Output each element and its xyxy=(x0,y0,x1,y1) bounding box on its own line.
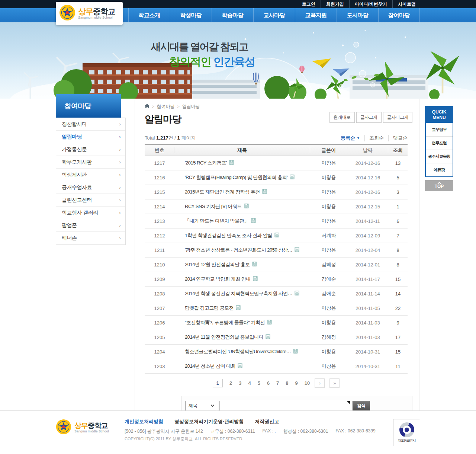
post-title-cell[interactable]: 2014 연구학교 박람회 개최 안내 xyxy=(174,276,310,282)
sort-active[interactable]: 등록순 xyxy=(341,135,355,141)
nav-item[interactable]: 학생마당 xyxy=(170,8,212,22)
quick-menu-item[interactable]: 에듀팟 xyxy=(426,163,453,176)
post-title-cell[interactable]: RCY SNS 기자단 [V] 어워드 xyxy=(174,203,310,210)
post-number: 1205 xyxy=(145,335,174,340)
footer-link[interactable]: 저작권신고 xyxy=(255,418,279,425)
font-size-button[interactable]: 원래대로 xyxy=(329,112,355,123)
post-title-cell[interactable]: 담뱃갑 경고그림 공모전 xyxy=(174,305,310,311)
post-author: 이창용 xyxy=(310,363,347,370)
school-logo[interactable]: 상무중학교 Sangmu middle School xyxy=(56,2,123,25)
page-number[interactable]: 9 xyxy=(295,380,298,386)
quick-menu-item[interactable]: 업무포털 xyxy=(426,136,453,150)
chevron-right-icon: › xyxy=(119,122,121,127)
board-rows: 1217 '2015 RCY 스키캠프' xyxy=(145,156,408,374)
post-title-link[interactable]: 1학년 학생건강검진 만족도 조사 결과 알림 xyxy=(185,232,272,239)
nav-item[interactable]: 참여마당 xyxy=(378,8,420,22)
nav-item[interactable]: 학습마당 xyxy=(212,8,253,22)
post-views: 9 xyxy=(388,320,408,326)
page-number[interactable]: 1 xyxy=(213,379,223,387)
sidebar-item[interactable]: 학생게시판 › xyxy=(56,169,125,181)
sidebar-item[interactable]: 학부모게시판 › xyxy=(56,156,125,169)
page-number[interactable]: 5 xyxy=(258,380,260,386)
post-title-link[interactable]: 「내가 만드는 다빈치 박물관」 xyxy=(185,218,249,224)
sidebar-item[interactable]: 팝업존 › xyxy=(56,219,125,232)
post-title-link[interactable]: 청소년글로벌리더십 'UN학생의날UniversalChildre… xyxy=(185,348,291,355)
search-category-select[interactable]: 제목 xyxy=(185,401,217,411)
post-title-link[interactable]: "조선청화靑?, 푸른빛에 물들다" 기획전 xyxy=(185,319,265,326)
nav-item[interactable]: 교육지원 xyxy=(295,8,337,22)
next-page-button[interactable]: › xyxy=(315,378,325,388)
sidebar-item[interactable]: 배너존 › xyxy=(56,232,125,244)
post-title-link[interactable]: '2015 RCY 스키캠프' xyxy=(185,160,227,166)
page-number[interactable]: 6 xyxy=(267,380,270,386)
page-number[interactable]: 8 xyxy=(286,380,288,386)
page-number[interactable]: 3 xyxy=(239,380,241,386)
utility-link[interactable]: 아이디/비번찾기 xyxy=(349,0,392,8)
nav-item[interactable]: 도서마당 xyxy=(337,8,378,22)
nav-item[interactable]: 교사마당 xyxy=(253,8,295,22)
post-title-link[interactable]: RCY SNS 기자단 [V] 어워드 xyxy=(185,203,242,210)
scroll-to-top-button[interactable]: TOP xyxy=(425,180,453,191)
sort-option[interactable]: 조회순 xyxy=(364,135,384,141)
post-title-link[interactable]: 2015년도 재단법인 청계 장학생 추천 xyxy=(185,189,260,195)
nav-item[interactable]: 학교소개 xyxy=(128,8,170,22)
post-title-cell[interactable]: 'RCY 힐링캠프(Healing Camp) 및 단원협의회 총회' xyxy=(174,174,310,181)
post-title-cell[interactable]: '2015 RCY 스키캠프' xyxy=(174,160,310,166)
post-title-link[interactable]: '광주 청소년 상상토론 - 청소년친화도시 2050 상상… xyxy=(185,247,292,253)
post-views: 1 xyxy=(388,204,408,210)
breadcrumb-item-current[interactable]: 알림마당 xyxy=(182,103,200,110)
sort-option[interactable]: 댓글순 xyxy=(388,135,408,141)
breadcrumb-item[interactable]: 참여마당 xyxy=(157,103,175,110)
page-number[interactable]: 10 xyxy=(305,380,310,386)
post-date: 2014-11-17 xyxy=(347,276,388,282)
post-title-cell[interactable]: 2014년 12월 안전점검의날 홍보 xyxy=(174,261,310,268)
post-title-link[interactable]: 2014년 학생 정신건강 지역협력모델구축지원.사업… xyxy=(185,290,292,297)
post-number: 1216 xyxy=(145,175,174,180)
utility-link[interactable]: 회원가입 xyxy=(321,0,349,8)
sidebar-item[interactable]: 가정통신문 › xyxy=(56,143,125,156)
page-number[interactable]: 7 xyxy=(276,380,279,386)
post-title-cell[interactable]: "조선청화靑?, 푸른빛에 물들다" 기획전 xyxy=(174,319,310,326)
table-row: 1208 2014년 학생 정신건강 지역협력모델구축지원.사업… xyxy=(145,287,408,301)
post-title-cell[interactable]: 1학년 학생건강검진 만족도 조사 결과 알림 xyxy=(174,232,310,239)
post-title-link[interactable]: 2014년 청소년 참여 대회 xyxy=(185,363,235,370)
home-icon[interactable] xyxy=(145,104,149,109)
attachment-icon xyxy=(253,276,258,282)
post-title-link[interactable]: 2014년 12월 안전점검의날 홍보 xyxy=(185,261,250,268)
page-number[interactable]: 4 xyxy=(248,380,251,386)
search-input[interactable] xyxy=(219,401,350,411)
rating-badge-icon xyxy=(399,422,414,437)
footer-logo: 상무중학교 Sangmu middle School xyxy=(56,419,109,436)
post-title-cell[interactable]: 2014년 11월 안전점검의날 홍보입니다 xyxy=(174,334,310,340)
post-title-cell[interactable]: 2015년도 재단법인 청계 장학생 추천 xyxy=(174,189,310,195)
sidebar-item[interactable]: 클린신고센터 › xyxy=(56,194,125,207)
post-title-link[interactable]: 2014 연구학교 박람회 개최 안내 xyxy=(185,276,251,282)
post-author: 이창용 xyxy=(310,348,347,355)
quick-menu-item[interactable]: 교무업무 xyxy=(426,123,453,136)
page-number[interactable]: 2 xyxy=(229,380,232,386)
search-button[interactable]: 검색 xyxy=(353,401,370,411)
sidebar-item[interactable]: 학교행사 갤러리 › xyxy=(56,207,125,219)
quick-menu-item[interactable]: 광주시교육청 xyxy=(426,150,453,163)
post-title-cell[interactable]: 「내가 만드는 다빈치 박물관」 xyxy=(174,218,310,224)
last-page-button[interactable]: » xyxy=(329,378,340,388)
post-title-cell[interactable]: '광주 청소년 상상토론 - 청소년친화도시 2050 상상… xyxy=(174,247,310,253)
footer-address-part: 교무실 : 062-380-6311 xyxy=(210,428,255,435)
post-author: 이창용 xyxy=(310,319,347,326)
font-size-button[interactable]: 글자더크게 xyxy=(383,112,413,123)
post-title-link[interactable]: 2014년 11월 안전점검의날 홍보입니다 xyxy=(185,334,263,340)
utility-link[interactable]: 로그인 xyxy=(297,0,321,8)
post-title-cell[interactable]: 2014년 학생 정신건강 지역협력모델구축지원.사업… xyxy=(174,290,310,297)
post-author: 이창용 xyxy=(310,174,347,181)
post-title-cell[interactable]: 2014년 청소년 참여 대회 xyxy=(174,363,310,370)
post-title-cell[interactable]: 청소년글로벌리더십 'UN학생의날UniversalChildre… xyxy=(174,348,310,355)
sidebar-item[interactable]: 칭찬합시다 › xyxy=(56,118,125,131)
sidebar-item[interactable]: 알림마당 › xyxy=(56,131,125,143)
post-title-link[interactable]: 담뱃갑 경고그림 공모전 xyxy=(185,305,234,311)
sidebar-item[interactable]: 공개수업자료 › xyxy=(56,181,125,194)
footer-link[interactable]: 영상정보처리기기운영·관리방침 xyxy=(174,418,244,425)
post-title-link[interactable]: 'RCY 힐링캠프(Healing Camp) 및 단원협의회 총회' xyxy=(185,174,287,181)
utility-link[interactable]: 사이트맵 xyxy=(392,0,421,8)
font-size-button[interactable]: 글자크게 xyxy=(356,112,382,123)
footer-link[interactable]: 개인정보처리방침 xyxy=(125,418,163,425)
